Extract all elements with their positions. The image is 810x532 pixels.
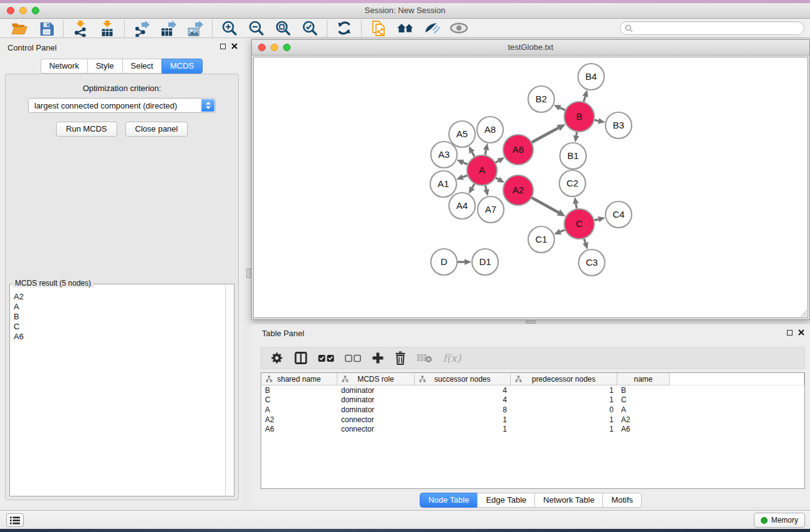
save-session-icon[interactable] bbox=[36, 20, 56, 37]
graph-edge[interactable] bbox=[463, 175, 467, 177]
select-all-columns-icon[interactable] bbox=[318, 354, 335, 362]
column-header-MCDS-role[interactable]: MCDS role bbox=[337, 373, 415, 385]
node-B1[interactable]: B1 bbox=[560, 143, 586, 169]
table-row[interactable]: A6connector11A6 bbox=[261, 424, 804, 434]
zoom-out-icon[interactable] bbox=[246, 20, 266, 37]
node-A7[interactable]: A7 bbox=[478, 196, 504, 223]
run-mcds-button[interactable]: Run MCDS bbox=[56, 122, 117, 137]
tab-style[interactable]: Style bbox=[87, 59, 122, 74]
unselect-all-columns-icon[interactable] bbox=[345, 354, 362, 362]
node-C4[interactable]: C4 bbox=[605, 201, 632, 228]
graph-edge[interactable] bbox=[532, 128, 559, 142]
tab-mcds[interactable]: MCDS bbox=[162, 59, 203, 74]
column-header-predecessor-nodes[interactable]: predecessor nodes bbox=[511, 373, 617, 385]
memory-button[interactable]: Memory bbox=[754, 513, 805, 528]
tab-node-table[interactable]: Node Table bbox=[420, 493, 478, 508]
float-table-panel-icon[interactable] bbox=[787, 330, 793, 336]
table-row[interactable]: Cdominator41C bbox=[261, 395, 804, 405]
node-C1[interactable]: C1 bbox=[528, 226, 554, 253]
graph-edge[interactable] bbox=[532, 198, 559, 213]
network-window-titlebar[interactable]: testGlobe.txt bbox=[252, 40, 809, 56]
minimize-network-button[interactable] bbox=[271, 44, 278, 51]
zoom-network-button[interactable] bbox=[283, 44, 291, 51]
network-canvas[interactable]: AA2A6BCA1A3A4A5A7A8B1B2B3B4C1C2C3C4DD1 bbox=[253, 57, 808, 318]
node-A6[interactable]: A6 bbox=[503, 135, 533, 165]
node-A4[interactable]: A4 bbox=[449, 193, 475, 219]
node-A8[interactable]: A8 bbox=[477, 117, 503, 143]
node-A3[interactable]: A3 bbox=[431, 142, 457, 168]
task-history-button[interactable] bbox=[6, 513, 24, 527]
zoom-selected-icon[interactable] bbox=[300, 20, 320, 37]
tab-motifs[interactable]: Motifs bbox=[602, 493, 642, 508]
node-C[interactable]: C bbox=[564, 209, 594, 239]
mcds-result-item[interactable]: A2 bbox=[11, 292, 224, 302]
node-C2[interactable]: C2 bbox=[559, 170, 586, 196]
search-input[interactable] bbox=[633, 24, 804, 32]
node-D[interactable]: D bbox=[431, 249, 457, 275]
table-row[interactable]: Bdominator41B bbox=[261, 385, 804, 395]
result-scrollbar[interactable] bbox=[225, 285, 233, 495]
search-field[interactable] bbox=[620, 21, 804, 35]
show-details-eye-icon[interactable] bbox=[449, 20, 469, 37]
first-neighbors-icon[interactable] bbox=[395, 20, 415, 37]
export-image-icon[interactable] bbox=[185, 20, 205, 37]
export-table-icon[interactable] bbox=[158, 20, 178, 37]
settings-gear-icon[interactable] bbox=[270, 351, 284, 365]
column-header-name[interactable]: name bbox=[617, 373, 670, 385]
node-A5[interactable]: A5 bbox=[449, 121, 475, 147]
minimize-window-button[interactable] bbox=[19, 7, 27, 14]
horizontal-splitter-handle[interactable] bbox=[526, 321, 536, 324]
zoom-in-icon[interactable] bbox=[219, 20, 239, 37]
import-network-icon[interactable] bbox=[70, 20, 90, 37]
delete-column-icon[interactable] bbox=[394, 351, 407, 365]
mcds-result-item[interactable]: C bbox=[11, 322, 224, 332]
graph-edge[interactable] bbox=[560, 108, 565, 110]
close-window-button[interactable] bbox=[7, 7, 14, 14]
graph-edge[interactable] bbox=[472, 184, 475, 188]
delete-table-icon[interactable] bbox=[417, 352, 433, 364]
tab-edge-table[interactable]: Edge Table bbox=[477, 493, 534, 508]
graph-edge[interactable] bbox=[576, 204, 577, 209]
import-table-icon[interactable] bbox=[97, 20, 117, 37]
graph-edge[interactable] bbox=[496, 178, 499, 180]
graph-edge[interactable] bbox=[576, 132, 577, 136]
close-panel-button[interactable]: Close panel bbox=[125, 122, 188, 137]
table-row[interactable]: Adominator80A bbox=[261, 405, 804, 415]
tab-select[interactable]: Select bbox=[122, 59, 162, 74]
show-column-icon[interactable] bbox=[294, 351, 308, 365]
close-network-button[interactable] bbox=[258, 44, 266, 51]
close-table-panel-icon[interactable] bbox=[798, 329, 804, 336]
graph-edge[interactable] bbox=[584, 97, 585, 102]
column-header-successor-nodes[interactable]: successor nodes bbox=[415, 373, 511, 385]
mcds-result-item[interactable]: B bbox=[11, 312, 224, 322]
node-table[interactable]: shared nameMCDS rolesuccessor nodesprede… bbox=[261, 372, 805, 489]
mcds-result-item[interactable]: A6 bbox=[11, 332, 224, 342]
tab-network-table[interactable]: Network Table bbox=[534, 493, 602, 508]
open-folder-icon[interactable] bbox=[9, 20, 29, 37]
node-D1[interactable]: D1 bbox=[472, 249, 498, 275]
node-B3[interactable]: B3 bbox=[605, 112, 632, 138]
function-builder-icon[interactable]: f(x) bbox=[443, 352, 461, 364]
graph-edge[interactable] bbox=[463, 163, 468, 165]
node-B2[interactable]: B2 bbox=[528, 86, 554, 112]
tab-network[interactable]: Network bbox=[41, 59, 87, 74]
node-C3[interactable]: C3 bbox=[579, 249, 605, 276]
resize-handle-icon[interactable] bbox=[799, 309, 808, 317]
add-column-icon[interactable] bbox=[372, 352, 384, 364]
float-panel-icon[interactable] bbox=[220, 44, 226, 49]
criterion-dropdown[interactable]: largest connected component (directed) bbox=[28, 98, 216, 113]
node-A2[interactable]: A2 bbox=[503, 175, 533, 205]
hide-details-icon[interactable] bbox=[422, 20, 442, 37]
export-network-icon[interactable] bbox=[132, 20, 152, 37]
zoom-window-button[interactable] bbox=[32, 7, 39, 14]
close-panel-icon[interactable] bbox=[231, 43, 238, 49]
graph-edge[interactable] bbox=[594, 120, 598, 120]
refresh-layout-icon[interactable] bbox=[334, 20, 354, 37]
graph-edge[interactable] bbox=[485, 150, 486, 155]
column-header-shared-name[interactable]: shared name bbox=[261, 373, 337, 385]
zoom-fit-icon[interactable] bbox=[273, 20, 293, 37]
copy-network-icon[interactable] bbox=[369, 20, 388, 37]
mcds-result-item[interactable]: A bbox=[11, 302, 224, 312]
vertical-splitter-handle[interactable] bbox=[246, 268, 251, 278]
table-row[interactable]: A2connector11A2 bbox=[261, 415, 804, 425]
